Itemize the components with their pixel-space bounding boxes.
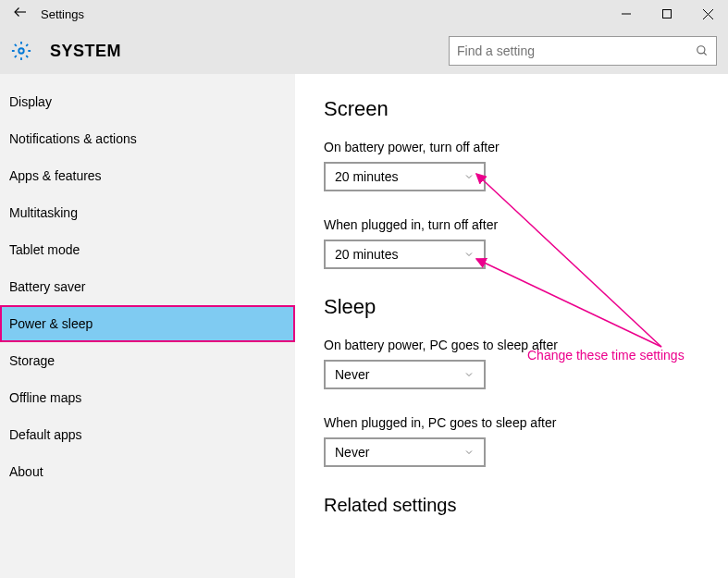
svg-point-5 (19, 48, 24, 54)
close-button[interactable] (687, 0, 728, 28)
related-heading: Related settings (324, 495, 728, 516)
sidebar-item-battery[interactable]: Battery saver (0, 268, 295, 305)
maximize-button[interactable] (647, 0, 687, 28)
window-controls (606, 0, 728, 28)
sleep-heading: Sleep (324, 295, 728, 319)
page-title: SYSTEM (50, 42, 121, 61)
sleep-plugged-label: When plugged in, PC goes to sleep after (324, 415, 728, 430)
svg-line-7 (704, 53, 707, 55)
sleep-plugged-dropdown[interactable]: Never (324, 437, 486, 467)
gear-icon (11, 41, 31, 61)
content: Display Notifications & actions Apps & f… (0, 74, 728, 578)
sidebar-item-power-sleep[interactable]: Power & sleep (0, 305, 295, 342)
back-button[interactable] (0, 4, 41, 24)
main-panel: Screen On battery power, turn off after … (296, 74, 728, 578)
chevron-down-icon (463, 447, 475, 458)
screen-heading: Screen (324, 97, 728, 121)
minimize-button[interactable] (606, 0, 647, 28)
screen-battery-dropdown[interactable]: 20 minutes (324, 162, 486, 191)
minimize-icon (622, 9, 631, 18)
svg-point-6 (697, 46, 705, 54)
sidebar-item-display[interactable]: Display (0, 83, 295, 120)
svg-line-8 (476, 174, 661, 347)
annotation-text: Change these time settings (527, 348, 685, 363)
sidebar-item-multitasking[interactable]: Multitasking (0, 194, 295, 231)
svg-rect-2 (663, 10, 672, 18)
window-title: Settings (41, 7, 84, 21)
search-input[interactable] (457, 43, 696, 58)
sidebar-item-offline-maps[interactable]: Offline maps (0, 379, 295, 416)
sleep-plugged-value: Never (335, 445, 463, 460)
screen-plugged-label: When plugged in, turn off after (324, 217, 728, 232)
search-icon (696, 44, 709, 57)
sidebar: Display Notifications & actions Apps & f… (0, 74, 296, 578)
titlebar: Settings (0, 0, 728, 28)
sleep-battery-dropdown[interactable]: Never (324, 360, 486, 389)
chevron-down-icon (463, 369, 475, 380)
screen-plugged-dropdown[interactable]: 20 minutes (324, 240, 486, 269)
screen-battery-value: 20 minutes (335, 169, 463, 184)
sidebar-item-about[interactable]: About (0, 453, 295, 490)
sidebar-item-notifications[interactable]: Notifications & actions (0, 120, 295, 157)
close-icon (703, 9, 713, 19)
header: SYSTEM (0, 28, 728, 74)
search-box[interactable] (449, 36, 717, 66)
sidebar-item-tablet[interactable]: Tablet mode (0, 231, 295, 268)
sidebar-item-apps[interactable]: Apps & features (0, 157, 295, 194)
screen-plugged-value: 20 minutes (335, 247, 463, 262)
sleep-battery-value: Never (335, 367, 463, 382)
maximize-icon (662, 9, 672, 18)
sidebar-item-storage[interactable]: Storage (0, 342, 295, 379)
chevron-down-icon (463, 171, 475, 182)
back-arrow-icon (12, 4, 29, 20)
chevron-down-icon (463, 249, 475, 260)
sidebar-item-default-apps[interactable]: Default apps (0, 416, 295, 453)
screen-battery-label: On battery power, turn off after (324, 140, 728, 154)
